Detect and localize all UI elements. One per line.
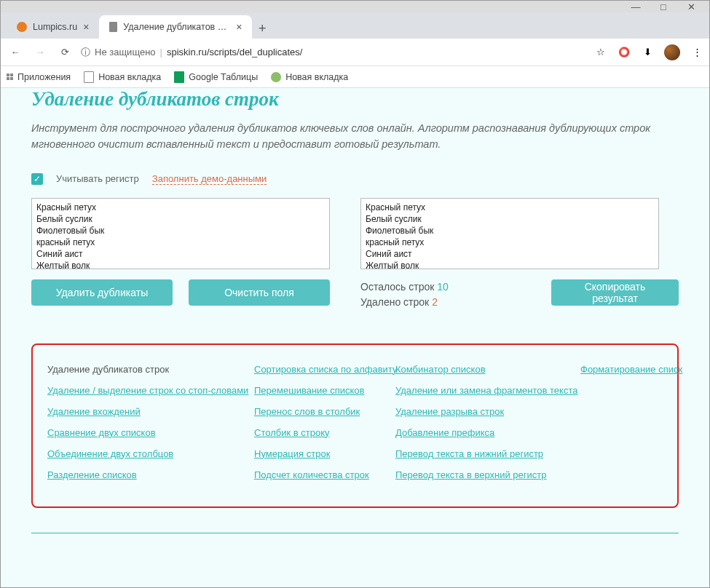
tool-link[interactable]: Подсчет количества строк [254, 469, 385, 480]
tool-link[interactable]: Нумерация строк [254, 448, 385, 459]
tool-link[interactable]: Разделение списков [47, 469, 244, 480]
tab-spiskin[interactable]: Удаление дубликатов строк - у... × [99, 15, 252, 39]
tool-link[interactable]: Перевод текста в верхний регистр [395, 469, 570, 480]
divider [31, 533, 679, 533]
star-icon[interactable]: ☆ [594, 46, 607, 59]
tool-link[interactable]: Сортировка списка по алфавиту [254, 364, 385, 375]
page-description: Инструмент для построчного удаления дубл… [31, 121, 679, 153]
clear-fields-button[interactable]: Очистить поля [189, 279, 330, 306]
favicon-icon [109, 22, 117, 32]
tool-link[interactable]: Перевод текста в нижний регистр [395, 448, 570, 459]
tool-link[interactable]: Объединение двух столбцов [47, 448, 244, 459]
output-textarea[interactable] [360, 198, 659, 269]
tab-lumpics[interactable]: Lumpics.ru × [7, 15, 99, 39]
security-label: Не защищено [95, 47, 156, 57]
new-tab-button[interactable]: + [252, 18, 272, 39]
info-icon[interactable]: ⓘ [81, 46, 90, 59]
page-icon [271, 72, 281, 82]
case-checkbox-label: Учитывать регистр [56, 173, 139, 184]
tool-link[interactable]: Добавление префикса [395, 427, 570, 438]
tab-title: Удаление дубликатов строк - у... [123, 22, 230, 32]
demo-link[interactable]: Заполнить демо-данными [152, 173, 267, 185]
apps-icon [7, 74, 13, 80]
tab-title: Lumpics.ru [33, 22, 77, 32]
case-checkbox[interactable]: ✓ [31, 173, 43, 185]
tool-link[interactable]: Перемешивание списков [254, 385, 385, 396]
tool-link[interactable]: Перенос слов в столбик [254, 406, 385, 417]
menu-icon[interactable]: ⋮ [690, 46, 703, 59]
input-textarea[interactable] [31, 198, 330, 269]
sheets-icon [174, 71, 184, 83]
bookmark-item[interactable]: Новая вкладка [84, 71, 161, 83]
tool-link[interactable]: Удаление разрыва строк [395, 406, 570, 417]
copy-result-button[interactable]: Скопировать результат [551, 279, 679, 306]
apps-button[interactable]: Приложения [7, 72, 71, 82]
forward-button[interactable]: → [31, 44, 49, 61]
url-field[interactable]: ⓘ Не защищено | spiskin.ru/scripts/del_d… [81, 46, 587, 59]
url-text: spiskin.ru/scripts/del_duplicates/ [167, 47, 302, 57]
close-icon[interactable]: × [236, 21, 242, 33]
remove-duplicates-button[interactable]: Удалить дубликаты [31, 279, 173, 306]
page-title: Удаление дубликатов строк [31, 88, 679, 111]
lines-left-value: 10 [437, 281, 449, 293]
avatar[interactable] [664, 44, 680, 60]
related-tools-box: Удаление дубликатов строк Удаление / выд… [31, 343, 679, 508]
address-bar: ← → ⟳ ⓘ Не защищено | spiskin.ru/scripts… [1, 39, 709, 66]
tool-link[interactable]: Удаление или замена фрагментов текста [395, 385, 570, 396]
tool-link-current: Удаление дубликатов строк [47, 364, 244, 375]
lines-deleted-value: 2 [432, 296, 438, 308]
bookmarks-bar: Приложения Новая вкладка Google Таблицы … [1, 66, 709, 88]
stats-block: Осталось строк 10 Удалено строк 2 [360, 279, 521, 310]
back-button[interactable]: ← [7, 44, 24, 61]
favicon-icon [17, 22, 27, 32]
close-icon[interactable]: × [83, 21, 89, 33]
reload-button[interactable]: ⟳ [56, 44, 74, 61]
tab-strip: Lumpics.ru × Удаление дубликатов строк -… [1, 12, 709, 39]
tool-link[interactable]: Форматирование списк [580, 364, 682, 375]
window-max[interactable]: □ [650, 1, 677, 12]
bookmark-item[interactable]: Google Таблицы [174, 71, 258, 83]
tool-link[interactable]: Удаление / выделение строк со стоп-слова… [47, 385, 244, 396]
bookmark-item[interactable]: Новая вкладка [271, 72, 348, 82]
tool-link[interactable]: Удаление вхождений [47, 406, 244, 417]
window-titlebar: — □ ✕ [1, 1, 709, 12]
window-close[interactable]: ✕ [677, 1, 705, 12]
page-content: Удаление дубликатов строк Инструмент для… [1, 88, 709, 588]
window-min[interactable]: — [622, 1, 650, 12]
page-icon [84, 71, 94, 83]
ext-icon[interactable]: ⭕ [618, 46, 631, 59]
tool-link[interactable]: Столбик в строку [254, 427, 385, 438]
tool-link[interactable]: Комбинатор списков [395, 364, 570, 375]
ext-icon-2[interactable]: ⬇ [641, 46, 654, 59]
tool-link[interactable]: Сравнение двух списков [47, 427, 244, 438]
